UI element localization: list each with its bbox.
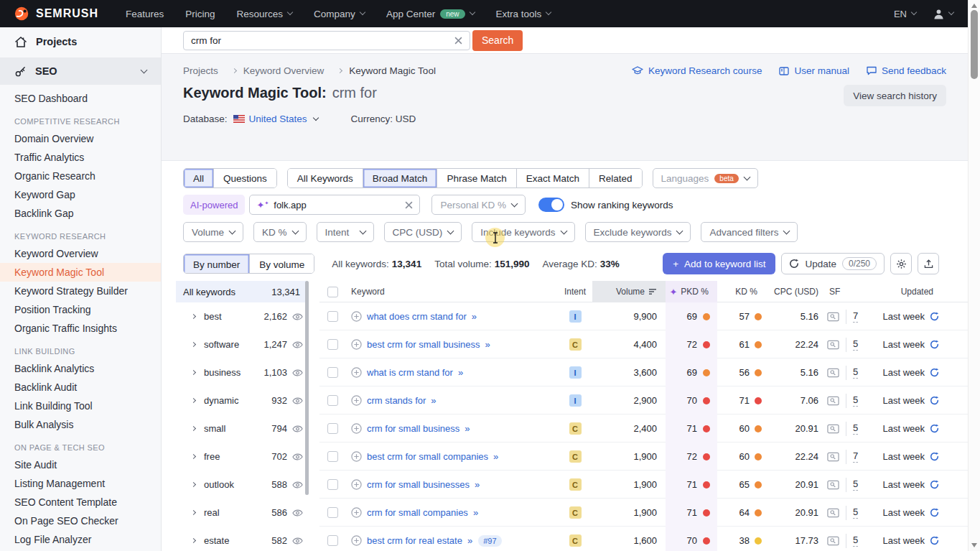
group-row-software[interactable]: software1,247 [176,330,307,358]
sidebar-item-seo-dashboard[interactable]: SEO Dashboard [0,89,161,108]
serp-preview-icon[interactable] [827,508,839,518]
topnav-item-app-center[interactable]: App Centernew [386,9,475,19]
refresh-metrics-icon[interactable] [930,396,939,405]
open-keyword-arrows-icon[interactable]: » [485,339,490,350]
keyword-research-course-link[interactable]: Keyword Research course [632,65,762,76]
filter-advanced-filters[interactable]: Advanced filters [701,222,798,242]
eye-icon[interactable] [292,397,303,404]
keyword-link[interactable]: what is crm stand for [367,367,453,378]
column-intent[interactable]: Intent [558,281,592,302]
row-checkbox[interactable] [327,367,338,378]
filter-kd[interactable]: KD % [253,222,307,242]
row-checkbox[interactable] [327,507,338,518]
sf-count[interactable]: 5 [853,366,858,379]
open-keyword-arrows-icon[interactable]: » [472,311,476,322]
open-keyword-arrows-icon[interactable]: » [465,423,469,434]
personal-kd-dropdown[interactable]: Personal KD % [431,195,526,215]
database-selector[interactable]: United States [233,114,318,124]
sf-count[interactable]: 7 [853,450,858,463]
refresh-metrics-icon[interactable] [930,368,939,377]
eye-icon[interactable] [292,481,303,489]
search-input[interactable]: crm for [183,31,470,50]
sidebar-item-keyword-strategy-builder[interactable]: Keyword Strategy Builder [0,282,161,300]
eye-icon[interactable] [292,313,303,320]
search-button[interactable]: Search [472,30,523,51]
sf-count[interactable]: 5 [853,422,858,435]
serp-preview-icon[interactable] [827,480,839,490]
keyword-link[interactable]: best crm for real estate [367,535,462,546]
keyword-link[interactable]: crm for small companies [367,507,468,518]
row-checkbox[interactable] [327,535,338,546]
open-keyword-arrows-icon[interactable]: » [473,507,477,518]
add-to-keyword-list-button[interactable]: +Add to keyword list [663,253,775,274]
sidebar-item-organic-research[interactable]: Organic Research [0,167,161,185]
row-checkbox[interactable] [327,479,338,490]
group-row-real[interactable]: real586 [176,499,307,527]
filter-intent[interactable]: Intent [317,222,374,242]
scroll-down-arrow-icon[interactable] [971,543,977,547]
breadcrumb-keyword-overview[interactable]: Keyword Overview [243,65,350,76]
group-row-business[interactable]: business1,103 [176,358,307,386]
filter-cpc-usd[interactable]: CPC (USD) [384,222,462,242]
serp-preview-icon[interactable] [827,396,839,406]
keyword-link[interactable]: best crm for small business [367,339,480,350]
refresh-metrics-icon[interactable] [930,536,939,545]
eye-icon[interactable] [292,509,303,517]
account-menu[interactable] [933,9,953,19]
scroll-up-arrow-icon[interactable] [971,4,977,8]
open-keyword-arrows-icon[interactable]: » [467,535,472,546]
tab-questions[interactable]: Questions [213,169,276,187]
sidebar-item-position-tracking[interactable]: Position Tracking [0,300,161,319]
sf-count[interactable]: 5 [853,506,858,519]
languages-dropdown[interactable]: Languages beta [653,168,758,188]
filter-include-keywords[interactable]: Include keywords [472,222,574,242]
group-row-best[interactable]: best2,162 [176,302,307,330]
filter-volume[interactable]: Volume [183,222,243,242]
column-sf[interactable]: SF [823,281,864,302]
table-settings-button[interactable] [890,253,912,274]
sidebar-item-traffic-analytics[interactable]: Traffic Analytics [0,148,161,167]
column-kd[interactable]: KD % [717,281,765,302]
user-manual-link[interactable]: User manual [779,65,849,76]
show-ranking-keywords-toggle[interactable] [538,198,564,212]
column-pkd[interactable]: ✦PKD % [666,281,717,302]
row-checkbox[interactable] [327,395,338,406]
keyword-link[interactable]: crm for small business [367,423,459,434]
tab-exact-match[interactable]: Exact Match [516,169,589,187]
sidebar-item-seo-content-template[interactable]: SEO Content Template [0,493,161,511]
eye-icon[interactable] [292,369,303,376]
keyword-link[interactable]: crm stands for [367,395,426,406]
sidebar-item-site-audit[interactable]: Site Audit [0,455,161,474]
column-volume[interactable]: Volume [592,281,666,302]
ai-domain-input[interactable]: ✦✦ folk.app [249,195,420,215]
clear-domain-icon[interactable] [405,201,413,209]
open-keyword-arrows-icon[interactable]: » [431,395,435,406]
refresh-metrics-icon[interactable] [930,508,939,517]
export-button[interactable] [918,253,939,274]
sidebar-item-keyword-overview[interactable]: Keyword Overview [0,244,161,263]
serp-preview-icon[interactable] [827,452,839,462]
row-checkbox[interactable] [327,423,338,434]
refresh-metrics-icon[interactable] [930,340,939,349]
sf-count[interactable]: 5 [853,394,858,407]
select-all-checkbox[interactable] [327,287,338,297]
keyword-link[interactable]: what does crm stand for [367,311,467,322]
add-keyword-icon[interactable] [351,311,362,322]
eye-icon[interactable] [292,425,303,432]
sidebar-item-keyword-gap[interactable]: Keyword Gap [0,185,161,204]
group-row-free[interactable]: free702 [176,443,307,471]
add-keyword-icon[interactable] [351,423,362,434]
language-selector[interactable]: EN [894,9,916,19]
sidebar-item-listing-management[interactable]: Listing Management [0,474,161,493]
tab-related[interactable]: Related [589,169,642,187]
send-feedback-link[interactable]: Send feedback [867,65,946,76]
tab-phrase-match[interactable]: Phrase Match [437,169,515,187]
view-search-history-button[interactable]: View search history [844,85,946,106]
sidebar-item-projects[interactable]: Projects [0,27,161,56]
keyword-link[interactable]: crm for small businesses [367,479,470,490]
add-keyword-icon[interactable] [351,395,362,406]
keyword-link[interactable]: best crm for small companies [367,451,488,462]
column-cpc[interactable]: CPC (USD) [765,281,823,302]
row-checkbox[interactable] [327,451,338,462]
topnav-item-extra-tools[interactable]: Extra tools [496,9,551,19]
